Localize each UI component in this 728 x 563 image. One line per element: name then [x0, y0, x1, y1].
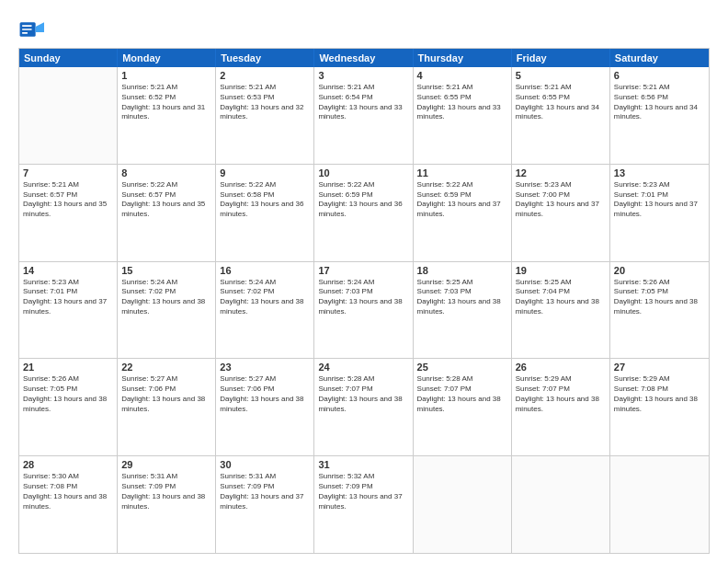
sunrise-line: Sunrise: 5:26 AM [614, 278, 705, 288]
sunrise-line: Sunrise: 5:24 AM [220, 278, 310, 288]
sunrise-line: Sunrise: 5:30 AM [23, 472, 113, 482]
cal-cell-2-3: 9Sunrise: 5:22 AMSunset: 6:58 PMDaylight… [216, 165, 314, 261]
svg-rect-3 [22, 29, 32, 30]
cal-cell-4-4: 24Sunrise: 5:28 AMSunset: 7:07 PMDayligh… [314, 359, 413, 455]
cal-cell-3-5: 18Sunrise: 5:25 AMSunset: 7:03 PMDayligh… [414, 262, 512, 359]
sunset-line: Sunset: 6:53 PM [220, 93, 310, 103]
daylight-line: Daylight: 13 hours and 38 minutes. [23, 492, 113, 512]
cal-cell-1-3: 2Sunrise: 5:21 AMSunset: 6:53 PMDaylight… [216, 67, 314, 164]
day-number: 16 [220, 265, 310, 276]
header-day-sunday: Sunday [19, 49, 118, 67]
sunset-line: Sunset: 7:03 PM [417, 287, 507, 297]
daylight-line: Daylight: 13 hours and 34 minutes. [516, 103, 606, 123]
sunset-line: Sunset: 7:06 PM [121, 385, 211, 395]
day-number: 30 [220, 459, 310, 470]
daylight-line: Daylight: 13 hours and 35 minutes. [121, 200, 211, 220]
sunset-line: Sunset: 7:01 PM [23, 287, 113, 297]
day-number: 24 [318, 362, 408, 373]
header-day-saturday: Saturday [610, 49, 709, 67]
daylight-line: Daylight: 13 hours and 38 minutes. [220, 297, 310, 317]
day-number: 21 [23, 362, 113, 373]
daylight-line: Daylight: 13 hours and 38 minutes. [417, 395, 507, 415]
day-number: 5 [516, 70, 606, 81]
sunrise-line: Sunrise: 5:24 AM [318, 278, 408, 288]
sunset-line: Sunset: 6:56 PM [614, 93, 705, 103]
sunset-line: Sunset: 7:08 PM [23, 482, 113, 492]
daylight-line: Daylight: 13 hours and 33 minutes. [318, 103, 408, 123]
cal-cell-1-7: 6Sunrise: 5:21 AMSunset: 6:56 PMDaylight… [610, 67, 709, 164]
sunset-line: Sunset: 6:57 PM [121, 190, 211, 201]
sunset-line: Sunset: 6:58 PM [220, 190, 310, 201]
header-day-friday: Friday [512, 49, 610, 67]
sunset-line: Sunset: 7:09 PM [121, 482, 211, 492]
svg-rect-2 [22, 25, 32, 27]
cal-cell-4-1: 21Sunrise: 5:26 AMSunset: 7:05 PMDayligh… [19, 359, 118, 455]
sunrise-line: Sunrise: 5:22 AM [318, 180, 408, 190]
cal-cell-3-1: 14Sunrise: 5:23 AMSunset: 7:01 PMDayligh… [19, 262, 118, 359]
day-number: 17 [318, 265, 408, 276]
cal-cell-3-2: 15Sunrise: 5:24 AMSunset: 7:02 PMDayligh… [118, 262, 216, 359]
daylight-line: Daylight: 13 hours and 31 minutes. [121, 103, 211, 123]
sunset-line: Sunset: 6:52 PM [121, 93, 211, 103]
daylight-line: Daylight: 13 hours and 38 minutes. [318, 395, 408, 415]
sunrise-line: Sunrise: 5:21 AM [23, 180, 113, 190]
cal-cell-2-1: 7Sunrise: 5:21 AMSunset: 6:57 PMDaylight… [19, 165, 118, 261]
day-number: 2 [220, 70, 310, 81]
cal-cell-2-7: 13Sunrise: 5:23 AMSunset: 7:01 PMDayligh… [610, 165, 709, 261]
sunrise-line: Sunrise: 5:22 AM [417, 180, 507, 190]
sunset-line: Sunset: 7:07 PM [516, 385, 606, 395]
sunrise-line: Sunrise: 5:22 AM [121, 180, 211, 190]
daylight-line: Daylight: 13 hours and 38 minutes. [516, 395, 606, 415]
day-number: 22 [121, 362, 211, 373]
day-number: 19 [516, 265, 606, 276]
daylight-line: Daylight: 13 hours and 32 minutes. [220, 103, 310, 123]
day-number: 26 [516, 362, 606, 373]
header-day-wednesday: Wednesday [314, 49, 413, 67]
cal-cell-1-1 [19, 67, 118, 164]
sunset-line: Sunset: 7:05 PM [614, 287, 705, 297]
daylight-line: Daylight: 13 hours and 38 minutes. [614, 297, 705, 317]
daylight-line: Daylight: 13 hours and 37 minutes. [614, 200, 705, 220]
cal-cell-3-3: 16Sunrise: 5:24 AMSunset: 7:02 PMDayligh… [216, 262, 314, 359]
cal-cell-2-5: 11Sunrise: 5:22 AMSunset: 6:59 PMDayligh… [414, 165, 512, 261]
svg-rect-4 [22, 32, 28, 34]
cal-cell-2-4: 10Sunrise: 5:22 AMSunset: 6:59 PMDayligh… [314, 165, 413, 261]
day-number: 18 [417, 265, 507, 276]
cal-cell-5-2: 29Sunrise: 5:31 AMSunset: 7:09 PMDayligh… [118, 456, 216, 553]
daylight-line: Daylight: 13 hours and 38 minutes. [121, 297, 211, 317]
sunset-line: Sunset: 7:05 PM [23, 385, 113, 395]
logo-icon [18, 17, 44, 42]
sunset-line: Sunset: 7:07 PM [318, 385, 408, 395]
header-day-thursday: Thursday [414, 49, 512, 67]
daylight-line: Daylight: 13 hours and 34 minutes. [614, 103, 705, 123]
cal-cell-3-7: 20Sunrise: 5:26 AMSunset: 7:05 PMDayligh… [610, 262, 709, 359]
daylight-line: Daylight: 13 hours and 37 minutes. [318, 492, 408, 512]
day-number: 10 [318, 167, 408, 178]
calendar-header: SundayMondayTuesdayWednesdayThursdayFrid… [19, 49, 709, 67]
daylight-line: Daylight: 13 hours and 38 minutes. [516, 297, 606, 317]
cal-cell-5-3: 30Sunrise: 5:31 AMSunset: 7:09 PMDayligh… [216, 456, 314, 553]
day-number: 3 [318, 70, 408, 81]
sunrise-line: Sunrise: 5:21 AM [220, 83, 310, 93]
day-number: 7 [23, 167, 113, 178]
cal-cell-2-6: 12Sunrise: 5:23 AMSunset: 7:00 PMDayligh… [512, 165, 610, 261]
sunset-line: Sunset: 7:03 PM [318, 287, 408, 297]
cal-cell-1-5: 4Sunrise: 5:21 AMSunset: 6:55 PMDaylight… [414, 67, 512, 164]
sunset-line: Sunset: 6:55 PM [516, 93, 606, 103]
cal-cell-4-3: 23Sunrise: 5:27 AMSunset: 7:06 PMDayligh… [216, 359, 314, 455]
daylight-line: Daylight: 13 hours and 37 minutes. [23, 297, 113, 317]
week-row-5: 28Sunrise: 5:30 AMSunset: 7:08 PMDayligh… [19, 456, 709, 553]
sunset-line: Sunset: 7:04 PM [516, 287, 606, 297]
day-number: 28 [23, 459, 113, 470]
cal-cell-4-7: 27Sunrise: 5:29 AMSunset: 7:08 PMDayligh… [610, 359, 709, 455]
day-number: 20 [614, 265, 705, 276]
day-number: 14 [23, 265, 113, 276]
sunset-line: Sunset: 6:57 PM [23, 190, 113, 201]
day-number: 29 [121, 459, 211, 470]
sunrise-line: Sunrise: 5:21 AM [614, 83, 705, 93]
day-number: 8 [121, 167, 211, 178]
sunrise-line: Sunrise: 5:24 AM [121, 278, 211, 288]
sunrise-line: Sunrise: 5:23 AM [516, 180, 606, 190]
sunrise-line: Sunrise: 5:23 AM [614, 180, 705, 190]
sunset-line: Sunset: 7:06 PM [220, 385, 310, 395]
